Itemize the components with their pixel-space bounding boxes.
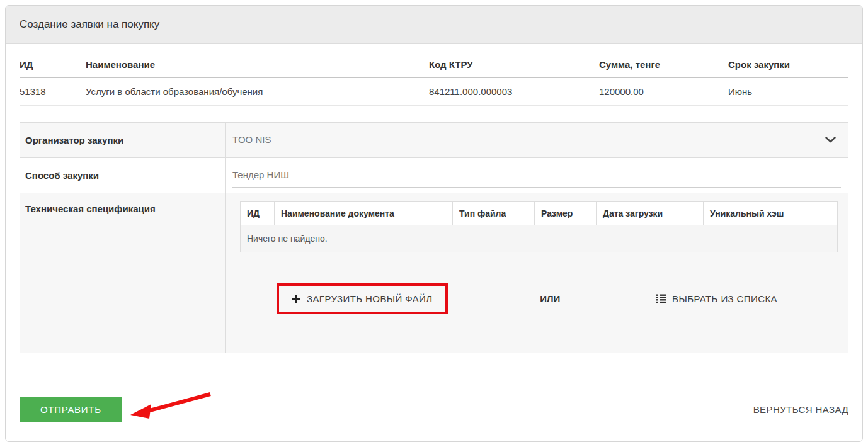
organizer-value: TOO NIS (232, 134, 271, 145)
choose-from-list-button[interactable]: ВЫБРАТЬ ИЗ СПИСКА (653, 293, 781, 305)
method-cell: Тендер НИШ (226, 158, 848, 193)
file-col-actions (818, 202, 838, 225)
file-col-size: Размер (535, 202, 597, 225)
lot-amount: 120000.00 (599, 78, 728, 106)
organizer-label: Организатор закупки (20, 123, 226, 158)
tech-spec-label: Техническая спецификация (20, 193, 226, 353)
method-label: Способ закупки (20, 158, 226, 193)
files-empty-row: Ничего не найдено. (241, 225, 838, 252)
upload-actions-row: ЗАГРУЗИТЬ НОВЫЙ ФАЙЛ ИЛИ (240, 283, 838, 314)
or-label: ИЛИ (448, 293, 653, 304)
method-row: Способ закупки Тендер НИШ (20, 158, 848, 193)
submit-button[interactable]: ОТПРАВИТЬ (20, 397, 122, 422)
tech-spec-row: Техническая спецификация ИД Наи (20, 193, 848, 353)
organizer-select[interactable]: TOO NIS (232, 127, 841, 152)
lot-table-header-row: ИД Наименование Код КТРУ Сумма, тенге Ср… (20, 50, 848, 78)
organizer-row: Организатор закупки TOO NIS (20, 123, 848, 158)
file-col-hash: Уникальный хэш (704, 202, 818, 225)
files-table-header-row: ИД Наименование документа Тип файла Разм… (241, 202, 838, 225)
list-icon (656, 294, 666, 303)
create-request-card: Создание заявки на покупку ИД Наименован… (5, 5, 863, 442)
page-title: Создание заявки на покупку (6, 6, 862, 44)
back-link[interactable]: ВЕРНУТЬСЯ НАЗАД (753, 404, 848, 415)
choose-button-label: ВЫБРАТЬ ИЗ СПИСКА (672, 293, 777, 304)
plus-icon (292, 294, 301, 303)
method-input[interactable]: Тендер НИШ (232, 162, 841, 188)
card-body: ИД Наименование Код КТРУ Сумма, тенге Ср… (6, 50, 862, 434)
tech-spec-cell: ИД Наименование документа Тип файла Разм… (226, 193, 848, 353)
file-col-doc-name: Наименование документа (275, 202, 453, 225)
lot-ktru-code: 841211.000.000003 (429, 78, 599, 106)
tech-divider (240, 269, 838, 269)
annotation-red-arrow (128, 390, 214, 421)
col-header-amount: Сумма, тенге (599, 50, 728, 78)
lot-summary-table: ИД Наименование Код КТРУ Сумма, тенге Ср… (20, 50, 848, 106)
method-value: Тендер НИШ (232, 169, 289, 180)
col-header-name: Наименование (86, 50, 429, 78)
col-header-ktru: Код КТРУ (429, 50, 599, 78)
file-col-id: ИД (241, 202, 275, 225)
chevron-down-icon (825, 137, 836, 143)
files-empty-text: Ничего не найдено. (241, 225, 838, 252)
col-header-period: Срок закупки (728, 50, 848, 78)
choose-wrap: ВЫБРАТЬ ИЗ СПИСКА (653, 293, 781, 305)
file-col-type: Тип файла (453, 202, 535, 225)
footer-divider (20, 371, 848, 371)
request-form-table: Организатор закупки TOO NIS Способ закуп… (20, 122, 848, 353)
lot-name: Услуги в области образования/обучения (86, 78, 429, 106)
col-header-id: ИД (20, 50, 86, 78)
files-table: ИД Наименование документа Тип файла Разм… (240, 201, 838, 252)
annotation-red-box: ЗАГРУЗИТЬ НОВЫЙ ФАЙЛ (277, 283, 448, 314)
file-col-upload-date: Дата загрузки (597, 202, 704, 225)
upload-new-file-button[interactable]: ЗАГРУЗИТЬ НОВЫЙ ФАЙЛ (292, 293, 433, 304)
lot-id: 51318 (20, 78, 86, 106)
footer-actions: ОТПРАВИТЬ ВЕРНУТЬСЯ НАЗАД (20, 397, 848, 422)
organizer-cell: TOO NIS (226, 123, 848, 158)
table-row: 51318 Услуги в области образования/обуче… (20, 78, 848, 106)
lot-period: Июнь (728, 78, 848, 106)
upload-button-label: ЗАГРУЗИТЬ НОВЫЙ ФАЙЛ (307, 293, 433, 304)
